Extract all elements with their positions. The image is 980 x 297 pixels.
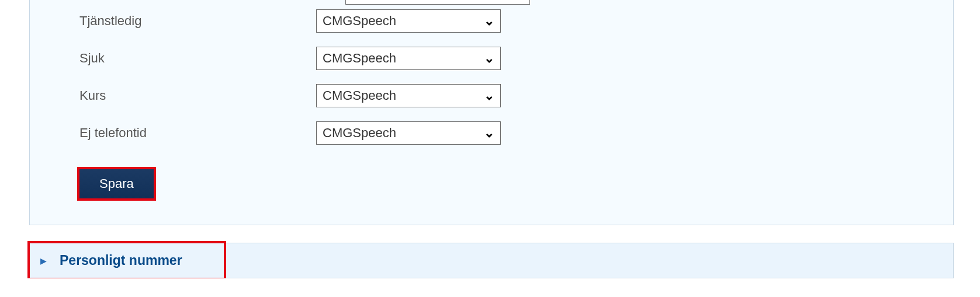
chevron-down-icon: ⌄ xyxy=(484,127,494,139)
triangle-right-icon: ▶ xyxy=(40,256,47,265)
select-value: CMGSpeech xyxy=(323,125,484,141)
select-partial-cutoff xyxy=(345,0,530,5)
form-row-ejtelefontid: Ej telefontid CMGSpeech ⌄ xyxy=(30,114,953,152)
select-kurs[interactable]: CMGSpeech ⌄ xyxy=(316,84,501,107)
select-value: CMGSpeech xyxy=(323,88,484,103)
form-row-sjuk: Sjuk CMGSpeech ⌄ xyxy=(30,40,953,77)
label-sjuk: Sjuk xyxy=(79,51,316,66)
chevron-down-icon: ⌄ xyxy=(484,15,494,27)
select-ejtelefontid[interactable]: CMGSpeech ⌄ xyxy=(316,121,501,145)
accordion-personligt-nummer[interactable]: ▶ Personligt nummer xyxy=(29,243,954,278)
label-ejtelefontid: Ej telefontid xyxy=(79,125,316,141)
chevron-down-icon: ⌄ xyxy=(484,89,494,102)
select-sjuk[interactable]: CMGSpeech ⌄ xyxy=(316,47,501,70)
select-value: CMGSpeech xyxy=(323,51,484,66)
form-row-kurs: Kurs CMGSpeech ⌄ xyxy=(30,77,953,114)
label-tjanstledig: Tjänstledig xyxy=(79,13,316,29)
save-button[interactable]: Spara xyxy=(79,169,154,198)
form-row-tjanstledig: Tjänstledig CMGSpeech ⌄ xyxy=(30,2,953,40)
settings-panel: Tjänstledig CMGSpeech ⌄ Sjuk CMGSpeech ⌄… xyxy=(29,0,954,225)
accordion-title: Personligt nummer xyxy=(60,253,182,268)
label-kurs: Kurs xyxy=(79,88,316,103)
chevron-down-icon: ⌄ xyxy=(484,52,494,65)
select-tjanstledig[interactable]: CMGSpeech ⌄ xyxy=(316,9,501,33)
save-row: Spara xyxy=(30,152,953,198)
select-value: CMGSpeech xyxy=(323,13,484,29)
